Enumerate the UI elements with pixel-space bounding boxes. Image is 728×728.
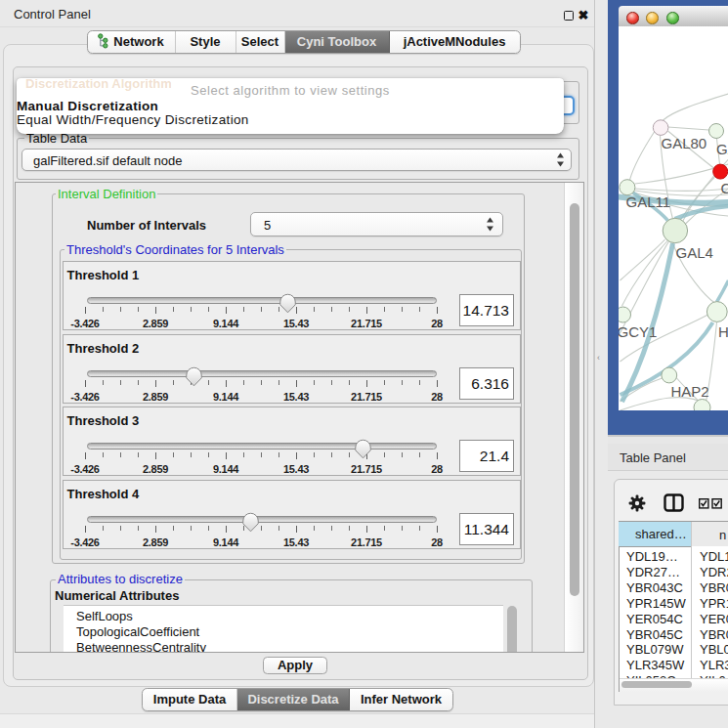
svg-text:GAL4: GAL4: [675, 244, 712, 261]
svg-text:GAL11: GAL11: [625, 193, 670, 210]
svg-text:H: H: [718, 323, 728, 340]
svg-text:GAL80: GAL80: [661, 135, 707, 151]
svg-text:GA: GA: [716, 141, 728, 157]
svg-text:GCY1: GCY1: [619, 323, 657, 340]
svg-text:HAP2: HAP2: [670, 383, 708, 400]
svg-text:C: C: [720, 180, 728, 196]
